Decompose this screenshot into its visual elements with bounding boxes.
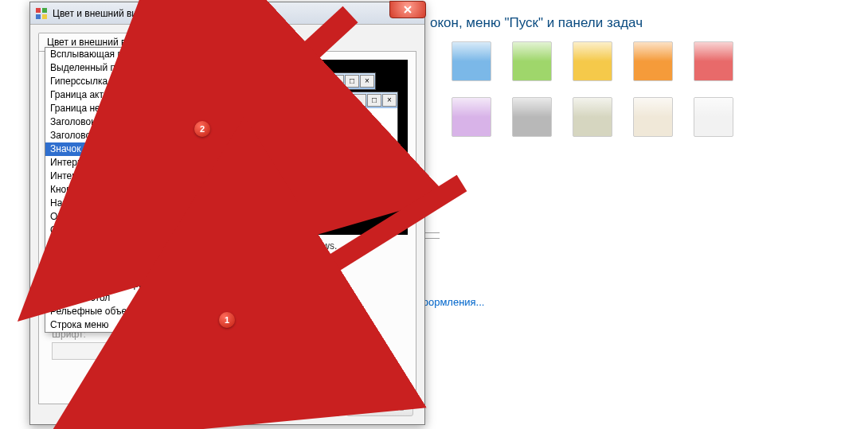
color-swatch[interactable] [573, 41, 612, 81]
close-icon [403, 5, 412, 14]
list-item[interactable]: Гиперссылка [45, 75, 233, 88]
font-size-spinner: ▲▼ [233, 342, 272, 360]
list-item[interactable]: Название панели [45, 197, 233, 210]
italic-button: К [350, 342, 369, 360]
font-color-label: Цвет: [278, 329, 318, 340]
list-item[interactable]: Окно [45, 224, 233, 237]
bold-button: Ж [324, 342, 343, 360]
svg-rect-0 [36, 8, 41, 13]
cancel-button[interactable]: Отмена [284, 398, 340, 416]
list-item[interactable]: Интервал между значками (гор.) [45, 170, 233, 183]
color-swatch[interactable] [452, 97, 491, 137]
color-swatch[interactable] [633, 97, 673, 137]
svg-rect-3 [42, 14, 47, 19]
font-dropdown [52, 342, 227, 360]
color-swatch[interactable] [633, 41, 673, 81]
list-item[interactable]: Выделенный пункт меню [45, 61, 233, 75]
font-size-label: Размер: [233, 329, 272, 340]
color-swatch[interactable] [694, 41, 733, 81]
color-swatch[interactable] [694, 97, 733, 137]
color-swatch[interactable] [512, 97, 552, 137]
page-heading-fragment: окон, меню "Пуск" и панели задач [430, 15, 643, 31]
svg-line-5 [271, 183, 462, 302]
list-item[interactable]: Обрамление [45, 210, 233, 224]
svg-line-4 [247, 14, 350, 110]
list-item[interactable]: Рабочий стол [45, 291, 233, 305]
annotation-arrow-2 [223, 6, 366, 136]
color-swatch[interactable] [573, 97, 612, 137]
list-item[interactable]: Граница неактивного окна [45, 102, 233, 115]
color-swatch[interactable] [452, 41, 491, 81]
apply-button: Применить [346, 398, 413, 416]
list-item[interactable]: Полоса прокрутки [45, 264, 233, 278]
app-icon [35, 7, 48, 20]
svg-rect-1 [42, 8, 47, 13]
maximize-icon: □ [367, 94, 381, 107]
list-item[interactable]: Рельефные объекты [45, 305, 233, 318]
annotation-arrow-1 [247, 175, 478, 321]
ok-button[interactable]: OK [222, 398, 278, 416]
font-color-dropdown [278, 342, 318, 360]
annotation-marker-2: 2 [194, 121, 210, 137]
list-item[interactable]: Строка меню [45, 318, 233, 332]
close-icon: × [382, 94, 397, 107]
color-swatch[interactable] [512, 41, 552, 81]
list-item[interactable]: Значок [45, 142, 233, 156]
list-item[interactable]: Кнопки управления окном [45, 183, 233, 197]
color-swatches [452, 41, 733, 153]
element-listbox[interactable]: Всплывающая подсказкаВыделенный пункт ме… [45, 47, 233, 333]
list-item[interactable]: Граница активного окна [45, 88, 233, 102]
list-item[interactable]: Рабочая область приложения [45, 278, 233, 291]
list-item[interactable]: Интервал между значками (верт.) [45, 156, 233, 170]
svg-rect-2 [36, 14, 41, 19]
list-item[interactable]: Отключенный объект [45, 251, 233, 264]
close-button[interactable] [389, 1, 426, 18]
list-item[interactable]: Всплывающая подсказка [45, 48, 233, 61]
dialog-title: Цвет и внешний вид окна [53, 8, 166, 19]
annotation-marker-1: 1 [219, 312, 235, 328]
list-item[interactable]: Окно сообщения [45, 237, 233, 251]
